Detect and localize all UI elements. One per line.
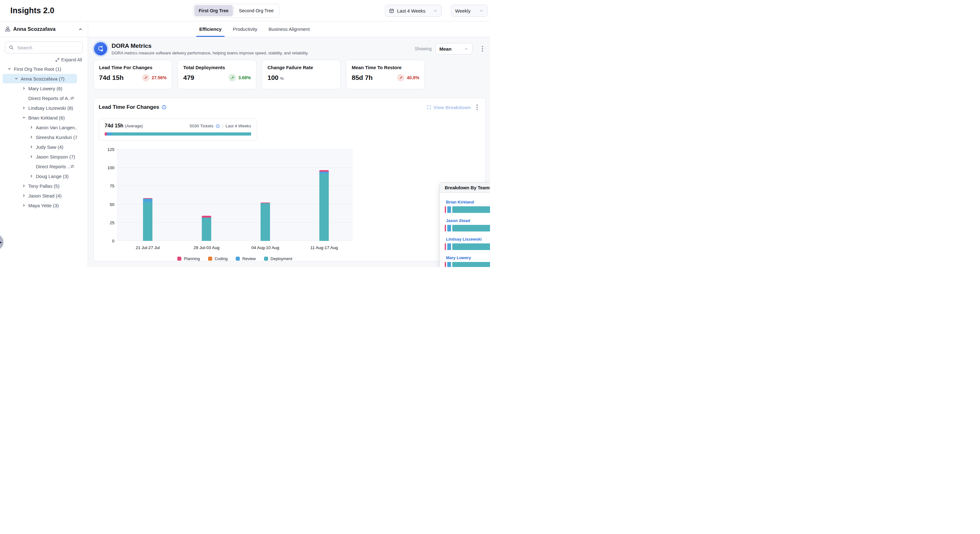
team-name-link[interactable]: Jason Stead [446, 218, 470, 223]
lead-time-kebab-menu[interactable] [474, 102, 480, 112]
x-axis-label: 21 Jul-27 Jul [123, 245, 173, 250]
tree-item-direct-reports-of-a[interactable]: Direct Reports of A... [3, 93, 77, 103]
legend-label: Planning [184, 256, 200, 261]
trend-delta: 40.8% [407, 75, 419, 80]
divider: | [222, 124, 223, 128]
collapse-sidebar-chevron[interactable] [78, 27, 83, 32]
bar-segment-deployment [452, 244, 490, 250]
team-stacked-bar: 74d 15h [445, 206, 490, 213]
tree-item-label: Aaron Van Langen... [36, 125, 77, 130]
date-range-dropdown[interactable]: Last 4 Weeks [385, 5, 442, 17]
tab-efficiency[interactable]: Efficiency [197, 21, 223, 37]
lead-time-summary: 74d 15h (Average) 5030 Tickets | Last 4 … [99, 119, 257, 140]
sidebar-user-name: Anna Scozzafava [13, 26, 75, 32]
tree-item-label: Anna Scozzafava (7) [21, 76, 64, 81]
tree-item-first-org-tree-root-1[interactable]: First Org Tree Root (1) [3, 64, 77, 73]
legend-swatch [236, 257, 240, 261]
chart-bar-21-jul-27-jul[interactable] [143, 198, 153, 241]
legend-item-coding: Coding [208, 256, 228, 261]
team-name-link[interactable]: Brian Kirkland [446, 200, 474, 204]
bar-segment-review [447, 244, 451, 250]
bar-segment-deployment [202, 218, 211, 241]
tree-item-label: Jason Simpson (7) [36, 154, 75, 159]
metric-title: Lead Time For Changes [99, 65, 167, 70]
trend-delta: 27.56% [152, 75, 167, 80]
breakdown-by-teams-panel: Breakdown By Teams ✕ Brian Kirkland74d 1… [439, 182, 490, 267]
bar-segment-review [447, 206, 451, 213]
tree-item-direct-reports[interactable]: Direct Reports ... [3, 162, 77, 171]
toggle-divider [234, 6, 234, 15]
tree-item-label: Lindsay Liszewski (8) [28, 105, 73, 111]
chart-bar-04-aug-10-aug[interactable] [261, 202, 270, 241]
x-axis-label: 28 Jul-03 Aug [181, 245, 232, 250]
granularity-dropdown[interactable]: Weekly [451, 5, 487, 17]
search-input[interactable] [5, 41, 83, 53]
metric-value: 74d 15h [99, 74, 124, 81]
summary-stacked-bar [105, 132, 251, 135]
tree-item-judy-saw-4[interactable]: Judy Saw (4) [3, 142, 77, 151]
chevron-right-icon [29, 174, 34, 178]
y-axis-tick-label: 75 [102, 184, 115, 188]
filter-icon[interactable] [70, 164, 75, 169]
tree-item-brian-kirkland-6[interactable]: Brian Kirkland (6) [3, 113, 77, 122]
bar-segment-review [447, 262, 451, 267]
metric-card-lead-time-for-changes: Lead Time For Changes74d 15h↗27.56% [93, 60, 172, 89]
showing-value: Mean [439, 46, 451, 52]
chevron-down-icon [479, 9, 484, 13]
bar-segment-deployment [261, 203, 270, 241]
chevron-right-icon [21, 106, 26, 110]
tree-item-aaron-van-langen[interactable]: Aaron Van Langen... [3, 123, 77, 132]
trend-badge: ↗3.68% [229, 74, 251, 81]
view-breakdown-label: View Breakdown [433, 105, 471, 110]
tree-item-mary-lowery-6[interactable]: Mary Lowery (6) [3, 84, 77, 93]
showing-mean-dropdown[interactable]: Mean [435, 43, 473, 54]
sidebar-header: Anna Scozzafava [0, 21, 88, 37]
team-name-link[interactable]: Mary Lowery [446, 255, 471, 260]
chevron-right-icon [29, 126, 34, 129]
main-area: Efficiency Productivity Business Alignme… [88, 21, 490, 267]
expand-all-button[interactable]: Expand All [0, 57, 82, 62]
metric-title: Total Deployments [183, 65, 251, 70]
chart-bar-11-aug-17-aug[interactable] [319, 170, 329, 241]
tree-item-label: Doug Lange (3) [36, 174, 68, 179]
info-icon[interactable] [216, 124, 220, 128]
legend-item-deployment: Deployment [264, 256, 292, 261]
top-bar: Insights 2.0 First Org Tree Second Org T… [0, 0, 490, 21]
date-range-value: Last 4 Weeks [397, 8, 431, 14]
toggle-second-org-tree[interactable]: Second Org Tree [234, 5, 278, 16]
view-breakdown-button[interactable]: View Breakdown [427, 105, 471, 110]
bar-segment-deployment [452, 262, 490, 267]
filter-icon[interactable] [70, 96, 75, 100]
tree-item-sireesha-kunduri-7[interactable]: Sireesha Kunduri (7) [3, 132, 77, 142]
y-axis-tick-label: 25 [102, 220, 115, 225]
x-axis-label: 11 Aug-17 Aug [299, 245, 349, 250]
tree-item-lindsay-liszewski-8[interactable]: Lindsay Liszewski (8) [3, 103, 77, 113]
tree-item-doug-lange-3[interactable]: Doug Lange (3) [3, 171, 77, 181]
chart-bar-28-jul-03-aug[interactable] [202, 216, 211, 241]
tab-business-alignment[interactable]: Business Alignment [267, 21, 312, 37]
y-axis-tick-label: 125 [102, 147, 115, 152]
sidebar-collapse-handle[interactable]: ▶ [0, 234, 3, 250]
team-stacked-bar: 74d 15h [445, 262, 490, 267]
tree-item-jason-simpson-7[interactable]: Jason Simpson (7) [3, 152, 77, 161]
tickets-count: 5030 Tickets [189, 124, 213, 128]
lead-time-header: Lead Time For Changes View Breakdown [99, 102, 480, 112]
fullscreen-icon [427, 105, 431, 110]
tree-item-jason-stead-4[interactable]: Jason Stead (4) [3, 191, 77, 200]
team-name-link[interactable]: Lindsay Liszewski [446, 237, 482, 242]
dora-title: DORA Metrics [111, 43, 415, 49]
tree-item-label: Direct Reports ... [36, 164, 70, 169]
tree-item-anna-scozzafava-7[interactable]: Anna Scozzafava (7) [3, 74, 77, 83]
info-icon[interactable] [162, 105, 167, 110]
chevron-down-icon [21, 116, 26, 120]
lead-time-title: Lead Time For Changes [99, 104, 159, 110]
tab-productivity[interactable]: Productivity [231, 21, 259, 37]
y-axis-tick-label: 100 [102, 166, 115, 170]
tree-item-maya-yette-3[interactable]: Maya Yette (3) [3, 201, 77, 210]
toggle-first-org-tree[interactable]: First Org Tree [194, 5, 233, 16]
expand-icon [55, 58, 59, 62]
dora-kebab-menu[interactable] [479, 44, 485, 53]
bar-segment-review [143, 199, 153, 202]
average-label: (Average) [125, 124, 143, 128]
tree-item-tony-pallas-5[interactable]: Tony Pallas (5) [3, 181, 77, 191]
